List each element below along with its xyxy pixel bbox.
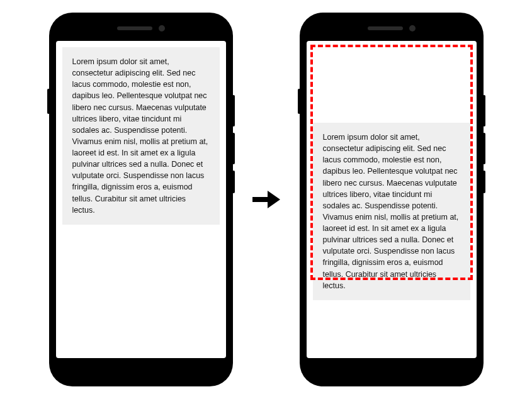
phone-camera [409,25,416,31]
phone-side-button [483,171,485,193]
screen-content: Lorem ipsum dolor sit amet, consectetur … [56,41,226,358]
phone-side-button [483,95,485,126]
phone-side-button [232,171,235,193]
phone-side-button [483,133,485,164]
phone-side-button [298,89,300,114]
text-block: Lorem ipsum dolor sit amet, consectetur … [313,123,470,300]
phone-bezel-top [50,22,232,35]
text-block: Lorem ipsum dolor sit amet, consectetur … [62,47,220,225]
phone-camera [159,25,165,31]
phone-screen: Lorem ipsum dolor sit amet, consectetur … [307,41,477,358]
phone-mockup-after: Lorem ipsum dolor sit amet, consectetur … [300,13,483,386]
phone-side-button [232,95,235,126]
phone-side-button [47,89,50,114]
phone-mockup-before: Lorem ipsum dolor sit amet, consectetur … [50,13,232,386]
arrow-right-icon [251,187,281,212]
phone-speaker [117,26,152,30]
diagram-stage: Lorem ipsum dolor sit amet, consectetur … [0,0,532,399]
phone-bezel-top [300,22,483,35]
phone-speaker [368,26,403,30]
phone-screen: Lorem ipsum dolor sit amet, consectetur … [56,41,226,358]
screen-content: Lorem ipsum dolor sit amet, consectetur … [307,41,477,358]
phone-side-button [232,133,235,164]
